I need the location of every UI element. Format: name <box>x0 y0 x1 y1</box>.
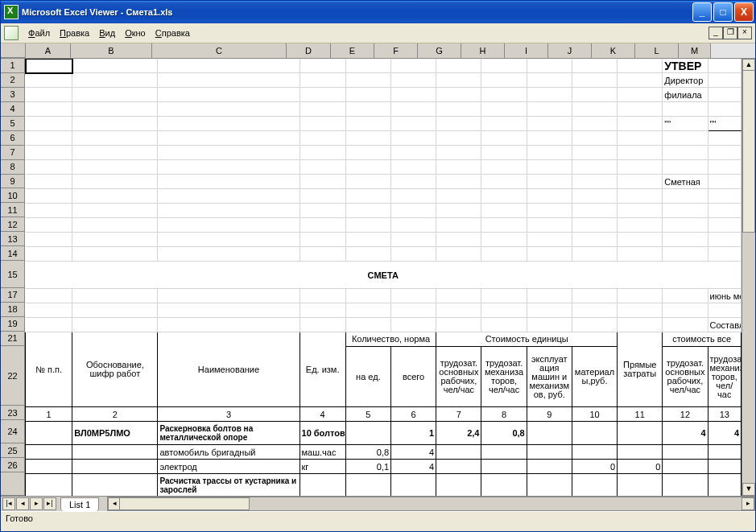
hdr-vsego[interactable]: всего <box>391 347 436 407</box>
row-6[interactable]: 6 <box>1 131 25 146</box>
hdr-naim[interactable]: Наименование <box>158 332 300 407</box>
row-23[interactable]: 23 <box>1 406 25 420</box>
tab-last-button[interactable]: ▸| <box>43 497 56 510</box>
cell-F25[interactable]: 4 <box>391 445 436 460</box>
menu-window[interactable]: Окно <box>120 27 151 39</box>
maximize-button[interactable]: □ <box>713 2 733 22</box>
vertical-scrollbar[interactable]: ▲ ▼ <box>742 59 755 496</box>
row-14[interactable]: 14 <box>1 246 25 261</box>
cell-L1[interactable]: УТВЕР <box>663 59 708 73</box>
row-7[interactable]: 7 <box>1 146 25 160</box>
num-1[interactable]: 1 <box>26 407 72 422</box>
num-11[interactable]: 11 <box>618 407 663 422</box>
hdr-npp[interactable]: № п.п. <box>26 332 72 407</box>
col-A[interactable]: A <box>26 43 71 58</box>
cell-M5[interactable]: "" <box>708 117 741 131</box>
cell-L5[interactable]: "" <box>663 117 708 131</box>
col-M[interactable]: M <box>679 43 711 58</box>
num-5[interactable]: 5 <box>345 407 390 422</box>
cell-B24[interactable]: ВЛ0МР5ЛМО <box>72 422 158 445</box>
cell-C24[interactable]: Раскерновка болтов на металлической опор… <box>158 422 300 445</box>
row-24[interactable]: 24 <box>1 420 25 443</box>
tab-prev-button[interactable]: ◂ <box>16 497 29 510</box>
cell-C27[interactable]: Расчистка трассы от кустарника и заросле… <box>158 474 300 497</box>
row-3[interactable]: 3 <box>1 88 25 102</box>
hscroll-thumb[interactable] <box>119 497 250 510</box>
scroll-down-button[interactable]: ▼ <box>742 483 755 496</box>
row-9[interactable]: 9 <box>1 175 25 189</box>
cell-M24[interactable]: 4 <box>708 422 741 445</box>
hdr-stoim[interactable]: Стоимость единицы <box>436 332 618 347</box>
hdr-ekspl[interactable]: эксплуат ация машин и механизм ов, руб. <box>527 347 572 407</box>
hdr-stoim-vse[interactable]: стоимость все <box>663 332 742 347</box>
num-2[interactable]: 2 <box>72 407 158 422</box>
cell-L2[interactable]: Директор <box>663 73 708 88</box>
col-G[interactable]: G <box>418 43 461 58</box>
row-5[interactable]: 5 <box>1 117 25 131</box>
hdr-tr-osn[interactable]: трудозат. основных рабочих, чел/час <box>436 347 481 407</box>
row-25[interactable]: 25 <box>1 443 25 458</box>
row-27[interactable] <box>1 472 25 496</box>
col-I[interactable]: I <box>505 43 548 58</box>
cell-I24[interactable] <box>527 422 572 445</box>
num-10[interactable]: 10 <box>572 407 617 422</box>
minimize-button[interactable]: _ <box>692 2 712 22</box>
mdi-close[interactable]: × <box>737 27 752 39</box>
hdr-tr-mex[interactable]: трудозат. механиза торов, чел/час <box>481 347 527 407</box>
col-D[interactable]: D <box>287 43 331 58</box>
num-4[interactable]: 4 <box>300 407 345 422</box>
col-F[interactable]: F <box>374 43 418 58</box>
row-12[interactable]: 12 <box>1 217 25 232</box>
col-J[interactable]: J <box>548 43 592 58</box>
row-18[interactable]: 18 <box>1 303 25 317</box>
cell-B26[interactable] <box>72 460 158 474</box>
cell-M17[interactable]: июнь ме <box>708 289 741 303</box>
col-B[interactable]: B <box>71 43 152 58</box>
cell-C26[interactable]: электрод <box>158 460 300 474</box>
hdr-mat[interactable]: материал ы,руб. <box>572 347 617 407</box>
cell-E24[interactable] <box>345 422 390 445</box>
col-K[interactable]: K <box>592 43 635 58</box>
row-13[interactable]: 13 <box>1 232 25 246</box>
horizontal-scrollbar[interactable]: ◂ ▸ <box>107 497 755 511</box>
menu-edit[interactable]: Правка <box>55 27 94 39</box>
row-8[interactable]: 8 <box>1 160 25 175</box>
num-9[interactable]: 9 <box>527 407 572 422</box>
vscroll-thumb[interactable] <box>742 70 755 233</box>
cell-K24[interactable] <box>618 422 663 445</box>
cell-A25[interactable] <box>26 445 72 460</box>
menu-file[interactable]: Файл <box>23 27 55 39</box>
num-3[interactable]: 3 <box>158 407 300 422</box>
col-L[interactable]: L <box>635 43 679 58</box>
row-10[interactable]: 10 <box>1 188 25 203</box>
titlebar[interactable]: Microsoft Excel Viewer - Смета1.xls _ □ … <box>1 1 755 23</box>
num-12[interactable]: 12 <box>663 407 708 422</box>
hdr-naed[interactable]: на ед. <box>345 347 390 407</box>
hdr-tr-osn-2[interactable]: трудозат. основных рабочих, чел/час <box>663 347 708 407</box>
row-26[interactable]: 26 <box>1 458 25 472</box>
cell-J24[interactable] <box>572 422 617 445</box>
cell-D26[interactable]: кг <box>300 460 345 474</box>
cell-A24[interactable] <box>26 422 72 445</box>
mdi-restore[interactable]: ❐ <box>723 27 737 39</box>
cell-H24[interactable]: 0,8 <box>481 422 527 445</box>
cell-B25[interactable] <box>72 445 158 460</box>
cell-A26[interactable] <box>26 460 72 474</box>
tab-next-button[interactable]: ▸ <box>30 497 43 510</box>
cell-D24[interactable]: 10 болтов <box>300 422 345 445</box>
cell-G24[interactable]: 2,4 <box>436 422 481 445</box>
cell-L9[interactable]: Сметная <box>663 175 708 189</box>
num-6[interactable]: 6 <box>391 407 436 422</box>
cell-E25[interactable]: 0,8 <box>345 445 390 460</box>
cell-F24[interactable]: 1 <box>391 422 436 445</box>
row-2[interactable]: 2 <box>1 73 25 88</box>
cell-F26[interactable]: 4 <box>391 460 436 474</box>
cell-K26[interactable]: 0 <box>618 460 663 474</box>
row-17[interactable]: 17 <box>1 288 25 303</box>
cell-C25[interactable]: автомобиль бригадный <box>158 445 300 460</box>
hdr-obosn[interactable]: Обоснование, шифр работ <box>72 332 158 407</box>
mdi-minimize[interactable]: _ <box>708 27 723 39</box>
row-21[interactable]: 21 <box>1 332 25 346</box>
num-7[interactable]: 7 <box>436 407 481 422</box>
col-C[interactable]: C <box>152 43 287 58</box>
